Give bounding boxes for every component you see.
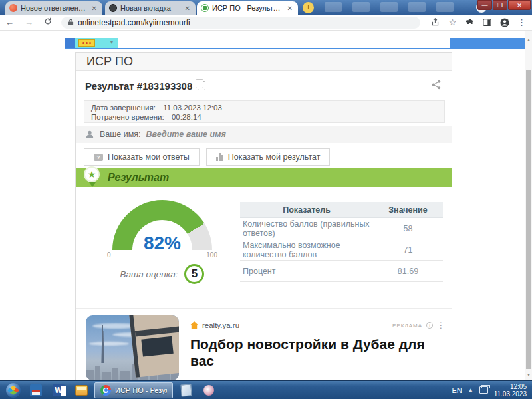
file-manager-icon: [75, 385, 88, 396]
tower-silhouette: [100, 331, 105, 363]
browser-icon: [109, 4, 117, 12]
scrollbar[interactable]: ▲ ▼: [525, 31, 532, 380]
test-result-card: ИСР ПО Результат #183193308 Дата заверше…: [75, 52, 452, 380]
name-input-placeholder[interactable]: Введите ваше имя: [146, 130, 226, 139]
result-section-banner: ★ Результат: [76, 168, 452, 187]
lock-icon: [68, 19, 74, 26]
gauge-arc: 82%: [112, 200, 212, 250]
time-spent-value: 00:28:14: [172, 113, 201, 121]
windows-taskbar: W ИСР ПО - Резуль… EN ▲ 12:05 11.03.2023: [0, 380, 532, 399]
gauge-percent: 82%: [112, 233, 212, 250]
taskbar-clock[interactable]: 12:05 11.03.2023: [494, 383, 527, 398]
show-answers-label: Показать мои ответы: [108, 152, 190, 162]
header-indicator: Показатель: [240, 205, 373, 215]
completion-date-value: 11.03.2023 12:03: [163, 104, 222, 112]
show-answers-button[interactable]: ? Показать мои ответы: [84, 148, 200, 166]
grade-label: Ваша оценка:: [120, 269, 178, 279]
share-icon[interactable]: [431, 79, 442, 93]
result-number: Результат #183193308: [85, 80, 192, 92]
row-label: Количество баллов (правильных ответов): [240, 219, 373, 238]
row-label: Процент: [240, 267, 373, 276]
tab-repository[interactable]: Новое ответвление репозитор ✕: [5, 1, 102, 15]
banner-fragment-right[interactable]: [450, 38, 525, 49]
minimize-button[interactable]: —: [477, 0, 492, 10]
screen: Новое ответвление репозитор ✕ Новая вкла…: [0, 0, 532, 399]
menu-dots-icon[interactable]: ⋮: [517, 17, 527, 27]
media-icon: [203, 385, 214, 396]
windows-orb-icon: [6, 383, 21, 398]
header-value: Значение: [373, 205, 443, 215]
taskbar-app-notepad[interactable]: [177, 382, 196, 398]
top-ad-banner[interactable]: ▾: [75, 38, 118, 48]
word-icon: W: [53, 384, 65, 396]
scrollbar-thumb[interactable]: [526, 70, 531, 369]
floppy-icon: [30, 384, 42, 396]
ad-headline[interactable]: Подбор новостройки в Дубае для вас: [190, 336, 445, 370]
window-controls: — ❐ ✕: [477, 0, 531, 10]
tab-title: Новая вкладка: [120, 4, 180, 12]
page-viewport: ▾ ▲ ▼ ИСР ПО Результат #183193308: [0, 31, 532, 380]
gitlab-icon: [9, 4, 17, 12]
tray-expand-icon[interactable]: ▲: [468, 387, 473, 393]
back-icon[interactable]: ←: [0, 17, 19, 27]
reload-icon[interactable]: [39, 17, 57, 27]
result-banner-title: Результат: [108, 172, 169, 184]
close-button[interactable]: ✕: [508, 0, 531, 10]
grade-row: Ваша оценка: 5: [106, 264, 219, 284]
aero-desktop-blur: [352, 2, 370, 12]
action-buttons: ? Показать мои ответы Показать мой резул…: [84, 148, 330, 166]
toolbar-icons: ☆ ⋮: [430, 17, 527, 27]
new-tab-button[interactable]: +: [303, 2, 314, 13]
ad-divider: [76, 308, 452, 309]
tab-title: ИСР ПО - Результат онлайн тес: [212, 4, 283, 12]
gauge-min: 0: [107, 251, 111, 259]
gauge-max: 100: [206, 251, 217, 259]
test-title-header: ИСР ПО: [76, 53, 452, 71]
taskbar-app-word[interactable]: W: [49, 382, 68, 398]
banner-caret-icon[interactable]: ▾: [110, 39, 113, 45]
bookmark-star-icon[interactable]: ☆: [448, 17, 458, 27]
tab-new-tab[interactable]: Новая вкладка ✕: [105, 1, 196, 15]
forward-icon[interactable]: →: [19, 17, 39, 27]
onlinetestpad-icon: [201, 4, 209, 12]
tab-testpad-active[interactable]: ИСР ПО - Результат онлайн тес ✕: [197, 1, 298, 15]
banner-sticker: [78, 39, 95, 47]
stats-table-header: Показатель Значение: [240, 202, 443, 218]
start-button[interactable]: [4, 382, 23, 398]
tab-title: Новое ответвление репозитор: [21, 4, 87, 12]
sidebar-icon[interactable]: [482, 17, 492, 27]
ad-body: realty.ya.ru РЕКЛАМА i ⋮ Подбор новостро…: [190, 321, 445, 370]
banner-fragment[interactable]: [65, 38, 75, 49]
show-result-label: Показать мой результат: [228, 152, 321, 162]
name-label: Ваше имя:: [100, 130, 141, 139]
tray-window-icon[interactable]: [479, 386, 488, 394]
copy-icon[interactable]: [198, 81, 205, 90]
ad-site-url[interactable]: realty.ya.ru: [202, 321, 239, 329]
tab-close-icon[interactable]: ✕: [90, 5, 98, 12]
extensions-puzzle-icon[interactable]: [465, 17, 475, 27]
grade-badge: 5: [184, 264, 204, 284]
taskbar-app-floppy[interactable]: [27, 382, 45, 398]
score-gauge: 82% 0 100: [106, 200, 219, 259]
share-export-icon[interactable]: [430, 17, 440, 27]
row-label: Максимально возможное количество баллов: [240, 241, 373, 259]
show-result-button[interactable]: Показать мой результат: [206, 148, 331, 166]
row-value: 81.69: [373, 267, 443, 276]
taskbar-app-filemanager[interactable]: [72, 382, 90, 398]
ad-image[interactable]: [86, 315, 179, 380]
tab-close-icon[interactable]: ✕: [184, 5, 192, 12]
tab-close-icon[interactable]: ✕: [286, 5, 294, 12]
language-indicator[interactable]: EN: [452, 386, 462, 394]
maximize-button[interactable]: ❐: [493, 0, 507, 10]
address-bar[interactable]: onlinetestpad.com/kyiirnemourfi: [61, 17, 420, 29]
taskbar-chrome-active[interactable]: ИСР ПО - Резуль…: [94, 382, 173, 398]
taskbar-app-media[interactable]: [200, 382, 218, 398]
ad-info-icon[interactable]: i: [426, 322, 433, 329]
profile-avatar-icon[interactable]: [499, 17, 509, 27]
ad-label: РЕКЛАМА: [392, 323, 422, 329]
scroll-up-icon[interactable]: ▲: [525, 36, 532, 44]
aero-desktop-blur: [436, 2, 454, 12]
scroll-down-icon[interactable]: ▼: [525, 371, 532, 379]
table-row: Процент 81.69: [240, 261, 443, 282]
ad-menu-icon[interactable]: ⋮: [437, 321, 445, 330]
